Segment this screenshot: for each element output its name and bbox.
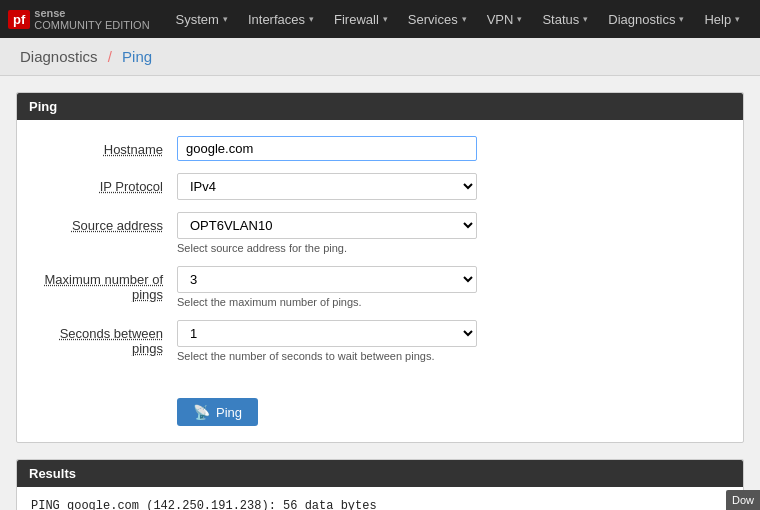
button-row: 📡 Ping: [17, 390, 743, 442]
ping-button[interactable]: 📡 Ping: [177, 398, 258, 426]
nav-firewall[interactable]: Firewall ▾: [324, 0, 398, 38]
nav-status[interactable]: Status ▾: [532, 0, 598, 38]
scrollbar-hint: Dow: [726, 490, 760, 510]
ping-panel-body: Hostname IP Protocol IPv4 IPv6 Source ad…: [17, 120, 743, 390]
logo-text: sense COMMUNITY EDITION: [34, 7, 149, 31]
nav-diagnostics[interactable]: Diagnostics ▾: [598, 0, 694, 38]
ping-panel: Ping Hostname IP Protocol IPv4 IPv6: [16, 92, 744, 443]
seconds-between-row: Seconds between pings 12345 Select the n…: [37, 320, 723, 362]
source-address-row: Source address OPT6VLAN10 Select source …: [37, 212, 723, 254]
source-address-control: OPT6VLAN10 Select source address for the…: [177, 212, 723, 254]
source-address-label: Source address: [37, 212, 177, 233]
seconds-between-label: Seconds between pings: [37, 320, 177, 356]
ip-protocol-label: IP Protocol: [37, 173, 177, 194]
chevron-down-icon: ▾: [383, 14, 388, 24]
main-content: Ping Hostname IP Protocol IPv4 IPv6: [0, 76, 760, 510]
seconds-between-select[interactable]: 12345: [177, 320, 477, 347]
nav-help[interactable]: Help ▾: [694, 0, 750, 38]
chevron-down-icon: ▾: [583, 14, 588, 24]
breadcrumb: Diagnostics / Ping: [0, 38, 760, 76]
max-pings-select[interactable]: 12345: [177, 266, 477, 293]
seconds-between-hint: Select the number of seconds to wait bet…: [177, 350, 723, 362]
nav-vpn[interactable]: VPN ▾: [477, 0, 533, 38]
source-address-hint: Select source address for the ping.: [177, 242, 723, 254]
ping-panel-title: Ping: [17, 93, 743, 120]
seconds-between-control: 12345 Select the number of seconds to wa…: [177, 320, 723, 362]
max-pings-row: Maximum number ofpings 12345 Select the …: [37, 266, 723, 308]
hostname-control: [177, 136, 723, 161]
logo-pf: pf: [13, 12, 25, 27]
results-panel: Results PING google.com (142.250.191.238…: [16, 459, 744, 510]
breadcrumb-separator: /: [108, 48, 112, 65]
nav-menu: System ▾ Interfaces ▾ Firewall ▾ Service…: [166, 0, 751, 38]
breadcrumb-section: Diagnostics: [20, 48, 98, 65]
hostname-label: Hostname: [37, 136, 177, 157]
hostname-row: Hostname: [37, 136, 723, 161]
results-output: PING google.com (142.250.191.238): 56 da…: [17, 487, 743, 510]
max-pings-control: 12345 Select the maximum number of pings…: [177, 266, 723, 308]
chevron-down-icon: ▾: [309, 14, 314, 24]
ip-protocol-control: IPv4 IPv6: [177, 173, 723, 200]
breadcrumb-current: Ping: [122, 48, 152, 65]
ip-protocol-row: IP Protocol IPv4 IPv6: [37, 173, 723, 200]
chevron-down-icon: ▾: [517, 14, 522, 24]
chevron-down-icon: ▾: [679, 14, 684, 24]
nav-system[interactable]: System ▾: [166, 0, 238, 38]
logo-edition: COMMUNITY EDITION: [34, 19, 149, 31]
logo-box: pf: [8, 10, 30, 29]
chevron-down-icon: ▾: [462, 14, 467, 24]
max-pings-hint: Select the maximum number of pings.: [177, 296, 723, 308]
chevron-down-icon: ▾: [735, 14, 740, 24]
source-address-select[interactable]: OPT6VLAN10: [177, 212, 477, 239]
results-title: Results: [17, 460, 743, 487]
hostname-input[interactable]: [177, 136, 477, 161]
nav-interfaces[interactable]: Interfaces ▾: [238, 0, 324, 38]
chevron-down-icon: ▾: [223, 14, 228, 24]
brand-logo: pf sense COMMUNITY EDITION: [8, 7, 150, 31]
ip-protocol-select[interactable]: IPv4 IPv6: [177, 173, 477, 200]
ping-icon: 📡: [193, 404, 210, 420]
navbar: pf sense COMMUNITY EDITION System ▾ Inte…: [0, 0, 760, 38]
ping-button-label: Ping: [216, 405, 242, 420]
max-pings-label: Maximum number ofpings: [37, 266, 177, 302]
nav-services[interactable]: Services ▾: [398, 0, 477, 38]
logo-sense: sense: [34, 7, 65, 19]
